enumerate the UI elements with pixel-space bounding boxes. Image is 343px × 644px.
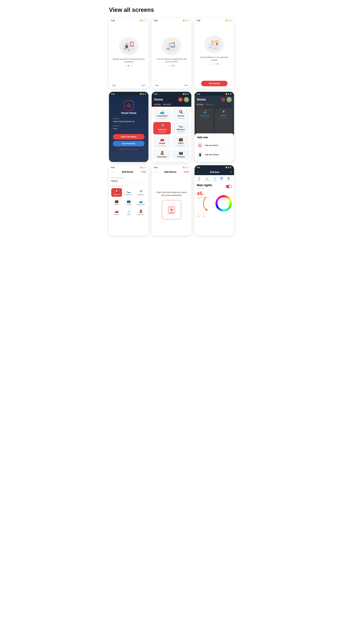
device-tab-thermostat[interactable]: 🌡️ Thermostat xyxy=(204,177,210,181)
icon-office[interactable]: 💼 Office xyxy=(111,198,122,207)
icon-toilet[interactable]: 🚽 Toilet xyxy=(123,208,134,216)
back-arrow-kitchen[interactable]: ← xyxy=(197,171,200,174)
room-count-bedroom: x3 Devices xyxy=(177,131,184,133)
step-label-3: 03 xyxy=(210,63,212,65)
dot-3-1 xyxy=(213,63,214,64)
device-name: Main lights xyxy=(197,184,212,187)
svg-point-35 xyxy=(227,100,231,102)
status-bar-2: 9:41 📶 📡 🔋 xyxy=(152,18,191,22)
add-device-label: Add new Device xyxy=(205,154,219,156)
svg-point-9 xyxy=(124,48,126,50)
device-control-section: Main lights Living room 45 lm Light Stre… xyxy=(194,182,234,236)
password-input[interactable] xyxy=(113,128,144,130)
room-name-kitchen: Kitchen xyxy=(178,115,184,117)
room-name-input[interactable] xyxy=(111,180,146,183)
step-label-2: 02 xyxy=(168,65,169,66)
popup-title: Add new xyxy=(197,136,232,139)
room-count-garage: x3 Devices xyxy=(158,145,166,146)
icon-livingroom-icon: 🛋️ xyxy=(139,199,143,203)
room-kitchen[interactable]: 🍳 Kitchen x3 Devices xyxy=(172,108,190,121)
tab-devices[interactable]: DEVICES xyxy=(163,104,171,107)
device-tab-speaker[interactable]: 🔊 Speaker xyxy=(227,177,231,181)
status-bar-addroom: 9:41 📶 📡 🔋 xyxy=(109,165,148,169)
dots-2: 02 xyxy=(168,65,176,66)
add-new-popup: Add new 🏠 Add new Room 📱 Add new Device xyxy=(194,134,234,162)
screen-home-rooms: 9:41 📶 📡 🔋 Home + xyxy=(152,92,191,162)
page-title: View all screens xyxy=(109,6,234,13)
save-button-adddevice[interactable]: SAVE xyxy=(184,171,189,173)
device-tab-light[interactable]: 💡 Light xyxy=(198,177,200,181)
device-tab-fan[interactable]: 🌀 Fan xyxy=(220,177,223,181)
svg-rect-3 xyxy=(131,42,133,43)
icon-livingroom[interactable]: 🛋️ Living Room xyxy=(136,198,146,207)
room-living-room[interactable]: 🛋️ Living Room x3 Devices xyxy=(153,108,171,121)
icon-kidroom-label: Kid Room xyxy=(138,214,144,215)
icon-garage-label: Garage xyxy=(114,214,119,215)
screen-onboard3: 9:41 📶 📡 🔋 xyxy=(194,18,234,88)
tab-rooms[interactable]: ROOMS xyxy=(154,104,161,107)
room-icon-bedroom: 🛏️ xyxy=(179,124,183,128)
room-bathroom[interactable]: 🚿 Bathroom x3 Devices xyxy=(153,122,171,134)
addnew-tab-devices[interactable]: DEVICES xyxy=(206,104,214,107)
plug-box xyxy=(162,200,181,220)
login-content: Smart Home Username Password Enter The H… xyxy=(109,96,148,162)
room-garage[interactable]: 🚗 Garage x3 Devices xyxy=(153,136,171,148)
onboard-content-3: Instant notification of you about any in… xyxy=(194,22,234,80)
skip-button-1[interactable]: Skip xyxy=(112,84,116,86)
addnew-body: Home + ROOMS DEVICES xyxy=(194,96,234,162)
time-addnew: 9:41 xyxy=(197,93,200,95)
fridge-icon: ❄️ xyxy=(214,177,216,179)
room-tv[interactable]: 📺 TV Room xyxy=(172,149,190,160)
room-bedroom[interactable]: 🛏️ Bedroom x3 Devices xyxy=(172,122,190,134)
get-started-button[interactable]: Get Started xyxy=(201,81,228,86)
back-arrow-adddevice[interactable]: ← xyxy=(154,170,156,173)
username-label: Username xyxy=(113,118,144,120)
svg-rect-8 xyxy=(126,45,128,48)
icon-kitchen[interactable]: 🍳 Kitchhen xyxy=(111,188,122,197)
icon-tvroom[interactable]: 📺 TV Room xyxy=(123,198,134,207)
svg-rect-24 xyxy=(216,42,217,42)
device-tab-fridge[interactable]: ❄️ Fridge xyxy=(214,177,217,181)
device-power-toggle[interactable] xyxy=(226,185,232,188)
icon-kidroom[interactable]: 🧸 Kid Room xyxy=(136,208,146,216)
next-button-2[interactable]: Next xyxy=(184,84,188,86)
username-input[interactable] xyxy=(113,120,144,123)
icon-garage[interactable]: 🚗 Garage xyxy=(111,208,122,216)
device-plug-area: Plug in the smart outlet your device wil… xyxy=(152,175,191,236)
onboard-illustration-1 xyxy=(119,37,138,55)
plus-kitchen-icon[interactable]: + xyxy=(230,170,232,174)
add-device-item[interactable]: 📱 Add new Device xyxy=(197,150,232,160)
status-icons-1: 📶 📡 🔋 xyxy=(140,20,146,21)
forgot-link[interactable]: Click here xyxy=(132,148,138,150)
rooms-grid: 🛋️ Living Room x3 Devices 🍳 Kitchen x3 D… xyxy=(152,107,191,161)
new-resident-button[interactable]: New Resident xyxy=(113,141,144,146)
add-room-button[interactable]: + xyxy=(178,98,182,102)
next-button-1[interactable]: Next xyxy=(142,84,145,86)
addnew-tab-rooms[interactable]: ROOMS xyxy=(197,104,204,107)
svg-rect-27 xyxy=(211,43,214,47)
svg-point-34 xyxy=(228,98,230,100)
svg-rect-23 xyxy=(216,41,218,42)
room-name-office: Office xyxy=(178,142,183,144)
color-wheel[interactable] xyxy=(216,195,232,212)
dot-3-2 xyxy=(215,63,216,64)
wifi-icon-addroom: 📡 xyxy=(142,167,144,168)
status-bar-3: 9:41 📶 📡 🔋 xyxy=(194,18,234,22)
icon-bathroom[interactable]: 🚿 Bathroom xyxy=(136,188,146,197)
battery-icon-addnew: 🔋 xyxy=(230,93,232,95)
save-button-addroom[interactable]: SAVE xyxy=(141,171,146,173)
svg-point-28 xyxy=(209,47,211,48)
icons-grid: 🍳 Kitchhen 🛏️ Bed Room 🚿 Bathroom 💼 Offi… xyxy=(111,188,146,216)
svg-rect-17 xyxy=(168,48,170,50)
back-arrow-addroom[interactable]: ← xyxy=(111,170,114,173)
skip-button-2[interactable]: Skip xyxy=(155,84,158,86)
room-kids[interactable]: 🧸 Kids Room xyxy=(153,149,171,160)
dot-1-2 xyxy=(130,65,131,66)
add-room-item[interactable]: 🏠 Add new Room xyxy=(197,141,232,150)
onboard-text-2: Link your home by plugging them and conn… xyxy=(155,58,188,63)
room-office[interactable]: 💼 Office x3 Devices xyxy=(172,136,190,148)
dot-3-3 xyxy=(217,63,218,64)
status-icons-3: 📶 📡 🔋 xyxy=(226,20,232,21)
enter-house-button[interactable]: Enter The House xyxy=(113,134,144,140)
icon-bedroom[interactable]: 🛏️ Bed Room xyxy=(123,188,134,197)
